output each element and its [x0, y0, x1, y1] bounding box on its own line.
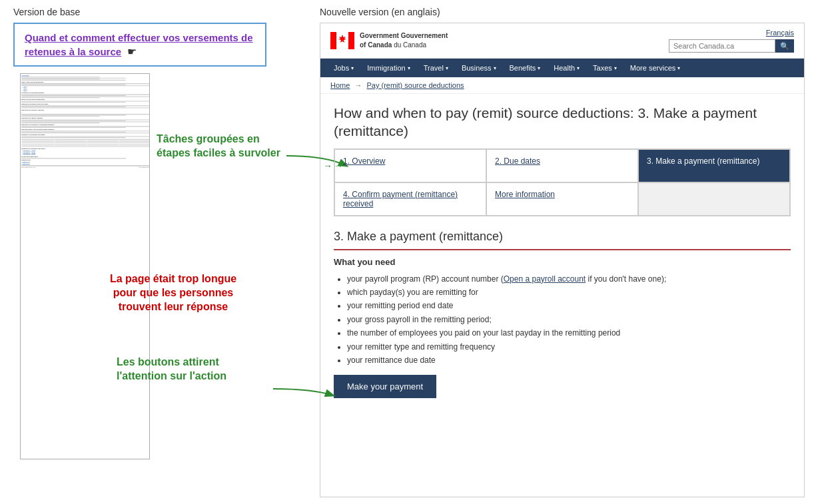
list-item: your gross payroll in the remitting peri… — [347, 313, 791, 326]
right-panel: Government Gouvernement of Canada du Can… — [320, 23, 805, 497]
nav-taxes-caret: ▾ — [614, 65, 617, 71]
annotation-tasks-grouped: Tâches groupées en étapes faciles à surv… — [157, 132, 286, 160]
list-item: your remitting period end date — [347, 299, 791, 312]
list-item: your remitter type and remitting frequen… — [347, 340, 791, 354]
what-you-need-label: What you need — [334, 257, 791, 267]
right-column-header: Nouvelle version (en anglais) — [320, 7, 805, 17]
column-headers: Version de base Nouvelle version (en ang… — [13, 7, 805, 17]
step-tab-4[interactable]: 4. Confirm payment (remittance) received — [334, 182, 486, 216]
nav-benefits-caret: ▾ — [538, 65, 540, 71]
step-tab-1-link[interactable]: 1. Overview — [343, 156, 385, 166]
step-tab-3-label: 3. Make a payment (remittance) — [647, 156, 759, 166]
step-tab-empty — [638, 182, 790, 216]
step-tabs: → 1. Overview 2. Due dates 3. Make a pay… — [334, 148, 791, 216]
search-input[interactable] — [669, 39, 775, 53]
step-tab-3[interactable]: 3. Make a payment (remittance) — [638, 149, 790, 182]
section-title: 3. Make a payment (remittance) — [334, 230, 791, 250]
svg-rect-4 — [348, 32, 354, 49]
nav-business-caret: ▾ — [494, 65, 496, 71]
francais-link[interactable]: Français — [766, 29, 794, 37]
list-item: your payroll program (RP) account number… — [347, 272, 791, 286]
gc-wordmark: Government Gouvernement of Canada du Can… — [360, 31, 448, 50]
nav-health-caret: ▾ — [577, 65, 580, 71]
nav-more-services[interactable]: More services ▾ — [623, 59, 687, 77]
search-icon: 🔍 — [780, 42, 789, 50]
gc-header: Government Gouvernement of Canada du Can… — [320, 23, 804, 59]
breadcrumb-separator: → — [354, 81, 362, 89]
step-tab-more-link[interactable]: More information — [495, 190, 555, 199]
title-link[interactable]: Quand et comment effectuer vos versement… — [25, 32, 253, 57]
list-item: which payday(s) you are remitting for — [347, 286, 791, 299]
main-content: Quand et comment effectuer vos versement… — [13, 23, 805, 497]
cursor-icon: ☛ — [127, 45, 137, 58]
nav-immigration-caret: ▾ — [408, 65, 410, 71]
annotation-buttons-attract: Les boutons attirent l'attention sur l'a… — [117, 356, 250, 383]
nav-business[interactable]: Business ▾ — [455, 59, 503, 77]
search-bar: 🔍 — [669, 39, 794, 53]
canada-flag — [330, 32, 354, 49]
step-tab-more[interactable]: More information — [486, 182, 638, 216]
old-page-thumbnail: On this page How to remit source deducti… — [20, 73, 150, 459]
list-item: your remittance due date — [347, 354, 791, 367]
list-item: the number of employees you paid on your… — [347, 326, 791, 340]
left-column-header: Version de base — [13, 7, 320, 17]
page-container: Version de base Nouvelle version (en ang… — [0, 0, 818, 504]
nav-taxes[interactable]: Taxes ▾ — [586, 59, 623, 77]
nav-travel-caret: ▾ — [446, 65, 448, 71]
breadcrumb-home[interactable]: Home — [330, 81, 350, 89]
left-panel: Quand et comment effectuer vos versement… — [13, 23, 320, 497]
step-tab-4-link[interactable]: 4. Confirm payment (remittance) received — [343, 190, 458, 208]
requirements-list: your payroll program (RP) account number… — [334, 272, 791, 368]
title-box: Quand et comment effectuer vos versement… — [13, 23, 266, 67]
gc-logo: Government Gouvernement of Canada du Can… — [330, 31, 448, 50]
search-button[interactable]: 🔍 — [775, 39, 794, 53]
nav-more-services-caret: ▾ — [677, 65, 680, 71]
step-tab-1[interactable]: → 1. Overview — [334, 149, 486, 182]
nav-travel[interactable]: Travel ▾ — [417, 59, 455, 77]
gc-nav: Jobs ▾ Immigration ▾ Travel ▾ Business ▾… — [320, 59, 804, 77]
nav-jobs-caret: ▾ — [351, 65, 354, 71]
gc-header-right: Français 🔍 — [669, 29, 794, 53]
annotation-too-long: La page était trop longue pour que les p… — [100, 272, 246, 314]
make-payment-button[interactable]: Make your payment — [334, 375, 436, 398]
thumbnail-content: On this page How to remit source deducti… — [21, 74, 150, 169]
page-title: How and when to pay (remit) source deduc… — [334, 104, 791, 140]
svg-rect-2 — [330, 32, 336, 49]
nav-benefits[interactable]: Benefits ▾ — [503, 59, 548, 77]
breadcrumb-current[interactable]: Pay (remit) source deductions — [366, 81, 464, 89]
nav-immigration[interactable]: Immigration ▾ — [360, 59, 416, 77]
step-tab-2[interactable]: 2. Due dates — [486, 149, 638, 182]
breadcrumb: Home → Pay (remit) source deductions — [320, 77, 804, 94]
open-payroll-account-link[interactable]: Open a payroll account — [504, 274, 586, 284]
nav-health[interactable]: Health ▾ — [547, 59, 586, 77]
step-tab-2-link[interactable]: 2. Due dates — [495, 156, 540, 166]
nav-jobs[interactable]: Jobs ▾ — [327, 59, 360, 77]
gc-content: How and when to pay (remit) source deduc… — [320, 94, 804, 497]
